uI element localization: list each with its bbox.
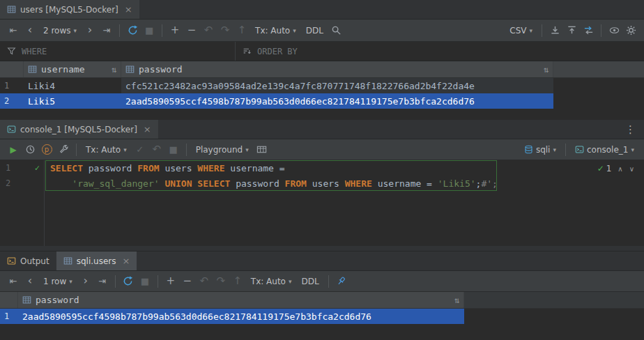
order-by-placeholder: ORDER BY xyxy=(257,47,298,56)
line-number: 2 xyxy=(6,178,10,188)
tab-sqli-users[interactable]: sqli.users × xyxy=(56,252,137,270)
tx-mode-dropdown[interactable]: Tx: Auto ▾ xyxy=(251,23,300,38)
ddl-button[interactable]: DDL xyxy=(298,274,323,289)
prev-problem-icon[interactable]: ∧ xyxy=(618,165,622,173)
add-row-icon[interactable]: + xyxy=(167,23,183,38)
inspection-widget[interactable]: ✓ 1 ∧ ∨ xyxy=(597,164,634,173)
chevron-down-icon: ▾ xyxy=(69,278,72,285)
page-size-dropdown[interactable]: 1 row ▾ xyxy=(39,274,77,289)
refresh-icon[interactable] xyxy=(125,23,140,38)
tab-users-table[interactable]: users [MySQL5-Docker] × xyxy=(0,0,139,19)
kebab-menu-icon[interactable]: ⋮ xyxy=(622,123,638,136)
revert-icon[interactable]: ↶ xyxy=(197,274,212,289)
editor-code-area[interactable]: SELECT password FROM users WHERE usernam… xyxy=(45,160,644,246)
ddl-button[interactable]: DDL xyxy=(302,23,328,38)
last-page-icon[interactable]: ⇥ xyxy=(95,274,110,289)
row-filler xyxy=(553,93,644,109)
first-page-icon[interactable]: ⇤ xyxy=(6,274,21,289)
cell-password[interactable]: 2aad5890595ccf4598b787b99ab563d0d66ec821… xyxy=(18,309,464,324)
next-page-icon[interactable]: › xyxy=(82,23,98,38)
column-header-password[interactable]: password ⇅ xyxy=(18,292,464,308)
delete-row-icon[interactable]: − xyxy=(184,23,199,38)
tab-console-1[interactable]: console_1 [MySQL5-Docker] × xyxy=(0,120,158,139)
stop-icon[interactable]: ■ xyxy=(141,23,157,38)
stop-icon[interactable]: ■ xyxy=(137,274,153,289)
row-number[interactable]: 1 xyxy=(0,309,18,324)
tab-output[interactable]: Output xyxy=(0,252,56,270)
editor-tab-bar: users [MySQL5-Docker] × xyxy=(0,0,644,20)
row-number[interactable]: 1 xyxy=(0,78,24,93)
gear-icon[interactable] xyxy=(623,23,638,38)
column-icon xyxy=(125,65,135,74)
eye-icon[interactable] xyxy=(606,23,622,38)
prev-page-icon[interactable]: ‹ xyxy=(22,274,38,289)
search-icon[interactable] xyxy=(329,23,344,38)
grid-empty-area xyxy=(0,109,644,120)
revert-icon[interactable]: ↶ xyxy=(201,23,216,38)
toolbar-separator xyxy=(186,144,187,156)
sort-icon[interactable]: ⇅ xyxy=(544,65,549,75)
cell-password[interactable]: cfc521c23482ac93a09584ad2e139c4a7fc87077… xyxy=(121,78,553,93)
tab-label: sqli.users xyxy=(77,256,116,266)
line-number: 1 xyxy=(6,163,10,173)
data-transfer-icon[interactable] xyxy=(581,23,596,38)
row-filler xyxy=(553,78,644,93)
toolbar-separator xyxy=(328,275,329,288)
header-columns: username ⇅ password ⇅ xyxy=(0,61,553,77)
import-data-icon[interactable] xyxy=(564,23,579,38)
pin-icon[interactable] xyxy=(334,274,349,289)
parameters-icon[interactable]: p xyxy=(39,142,54,157)
sort-icon[interactable]: ⇅ xyxy=(112,65,116,75)
tx-mode-dropdown[interactable]: Tx: Auto ▾ xyxy=(247,274,296,289)
next-problem-icon[interactable]: ∨ xyxy=(629,165,634,173)
csv-extractor-dropdown[interactable]: CSV ▾ xyxy=(505,23,537,38)
row-filler xyxy=(464,309,644,324)
submit-icon[interactable]: ↑ xyxy=(234,23,250,38)
refresh-icon[interactable] xyxy=(121,274,136,289)
stop-icon[interactable]: ■ xyxy=(166,142,181,157)
cell-username[interactable]: Liki4 xyxy=(24,78,121,93)
run-icon[interactable]: ▶ xyxy=(6,142,21,157)
commit-icon[interactable]: ✓ xyxy=(132,142,148,157)
tx-mode-dropdown[interactable]: Tx: Auto ▾ xyxy=(82,142,131,157)
column-header-password[interactable]: password ⇅ xyxy=(121,61,553,77)
in-editor-results-icon[interactable] xyxy=(254,142,270,157)
row-number[interactable]: 2 xyxy=(0,93,24,109)
panel-splitter[interactable] xyxy=(0,246,644,252)
first-page-icon[interactable]: ⇤ xyxy=(6,23,21,38)
wrench-icon[interactable] xyxy=(56,142,71,157)
chevron-down-icon: ▾ xyxy=(553,146,556,153)
redo-icon[interactable]: ↷ xyxy=(213,274,229,289)
editor-gutter: 1 ✓ 2 xyxy=(0,160,45,246)
rollback-icon[interactable]: ↶ xyxy=(149,142,164,157)
where-filter-input[interactable]: WHERE xyxy=(0,42,236,61)
redo-icon[interactable]: ↷ xyxy=(217,23,233,38)
add-row-icon[interactable]: + xyxy=(163,274,178,289)
export-data-icon[interactable] xyxy=(547,23,562,38)
order-by-filter-input[interactable]: ORDER BY xyxy=(236,42,644,61)
page-size-dropdown[interactable]: 2 rows ▾ xyxy=(39,23,81,38)
gutter-line: 1 ✓ xyxy=(0,160,44,176)
column-header-username[interactable]: username ⇅ xyxy=(24,61,121,77)
history-clock-icon[interactable] xyxy=(22,142,38,157)
cell-password[interactable]: 2aad5890595ccf4598b787b99ab563d0d66ec821… xyxy=(121,93,553,109)
close-icon[interactable]: × xyxy=(144,125,151,134)
schema-dropdown[interactable]: sqli ▾ xyxy=(520,142,560,157)
prev-page-icon[interactable]: ‹ xyxy=(22,23,38,38)
last-page-icon[interactable]: ⇥ xyxy=(99,23,114,38)
submit-icon[interactable]: ↑ xyxy=(230,274,245,289)
code-line[interactable]: 'raw_sql_danger' UNION SELECT password F… xyxy=(50,176,644,191)
sort-icon[interactable]: ⇅ xyxy=(454,295,459,305)
next-page-icon[interactable]: › xyxy=(78,274,93,289)
table-icon xyxy=(7,5,16,14)
output-icon xyxy=(7,256,16,265)
cell-username[interactable]: Liki5 xyxy=(24,93,121,109)
sort-lines-icon xyxy=(243,47,252,56)
close-icon[interactable]: × xyxy=(125,5,132,14)
code-line[interactable]: SELECT password FROM users WHERE usernam… xyxy=(50,160,644,176)
console-session-dropdown[interactable]: console_1 ▾ xyxy=(571,142,638,157)
playground-dropdown[interactable]: Playground ▾ xyxy=(192,142,253,157)
close-icon[interactable]: × xyxy=(122,256,130,265)
delete-row-icon[interactable]: − xyxy=(180,274,195,289)
column-name: username xyxy=(41,64,85,75)
